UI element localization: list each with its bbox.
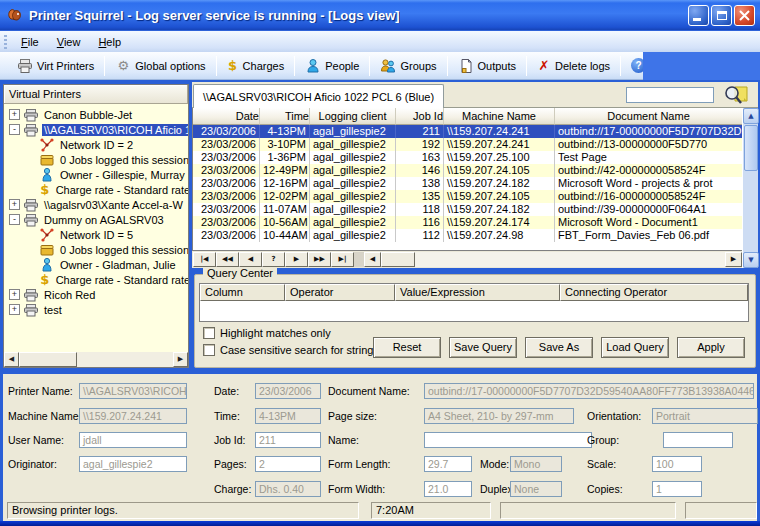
column-header-logging-client[interactable]: Logging client [310,108,396,125]
query-column-header[interactable]: Operator [285,284,395,301]
groups-button[interactable]: Groups [373,55,443,77]
minimize-button[interactable] [688,5,709,26]
tree-item-jobs[interactable]: 0 Jobs logged this session [39,242,188,257]
scrollbar-thumb[interactable] [381,252,415,267]
tree-item-jobs[interactable]: 0 Jobs logged this session [39,152,188,167]
menu-gripper[interactable] [4,35,7,49]
nav-prev-button[interactable]: ◀ [239,252,262,267]
apply-button[interactable]: Apply [677,337,745,358]
machine-name-field[interactable]: \\159.207.24.241 [79,408,187,424]
expand-icon[interactable]: + [9,304,20,315]
column-header-job-id[interactable]: Job Id [396,108,444,125]
scroll-right-icon[interactable]: ▶ [725,252,742,267]
group-field[interactable] [663,432,733,448]
load-query-button[interactable]: Load Query [601,337,669,358]
copies-field[interactable]: 1 [652,481,702,497]
tree-item-printer[interactable]: + \\agalsrv03\Xante Accel-a-W [9,197,188,212]
people-button[interactable]: People [298,55,366,77]
originator-field[interactable]: agal_gillespie2 [79,456,187,472]
query-column-header[interactable]: Connecting Operator [560,284,748,301]
save-as-button[interactable]: Save As [525,337,593,358]
table-row[interactable]: 23/03/2006 12-02PM agal_gillespie2 135 \… [193,190,742,203]
user-name-field[interactable]: jdall [79,432,187,448]
nav-next-button[interactable]: ▶ [285,252,308,267]
scroll-up-icon[interactable]: ▲ [743,108,759,124]
duplex-field[interactable]: None [510,481,562,497]
sidebar-horizontal-scrollbar[interactable]: ◀ ▶ [4,352,188,367]
table-row[interactable]: 23/03/2006 1-36PM agal_gillespie2 163 \\… [193,151,742,164]
table-row[interactable]: 23/03/2006 12-16PM agal_gillespie2 138 \… [193,177,742,190]
scroll-left-icon[interactable]: ◀ [4,352,19,367]
printer-name-field[interactable]: \\AGALSRV03\RICOH [79,383,187,399]
tree-item-owner[interactable]: Owner - Gladman, Julie [39,257,188,272]
expand-icon[interactable]: + [9,289,20,300]
form-width-field[interactable]: 21.0 [424,481,472,497]
table-vertical-scrollbar[interactable]: ▲ ▼ [742,108,758,268]
table-row[interactable]: 23/03/2006 10-44AM agal_gillespie2 112 \… [193,229,742,242]
column-header-date[interactable]: Date [193,108,260,125]
close-button[interactable] [734,5,755,26]
mode-field[interactable]: Mono [510,456,562,472]
scrollbar-thumb[interactable] [744,125,758,171]
scrollbar-track[interactable] [415,252,725,267]
document-name-field[interactable]: outbind://17-00000000F5D7707D32D59540AA8… [424,383,754,399]
table-row[interactable]: 23/03/2006 3-10PM agal_gillespie2 192 \\… [193,138,742,151]
orientation-field[interactable]: Portrait [652,408,758,424]
charges-button[interactable]: $ Charges [220,55,292,76]
pages-field[interactable]: 2 [255,456,321,472]
global-options-button[interactable]: ⚙ Global options [108,55,212,77]
nav-fast-prev-button[interactable]: ◀◀ [216,252,239,267]
menu-view[interactable]: View [48,34,90,50]
scroll-right-icon[interactable]: ▶ [173,352,188,367]
column-header-machine-name[interactable]: Machine Name [444,108,555,125]
scrollbar-thumb[interactable] [19,352,77,367]
search-input[interactable] [626,87,714,103]
name-field[interactable] [424,432,592,448]
virt-printers-button[interactable]: Virt Printers [10,55,101,77]
tree-item-printer[interactable]: + Ricoh Red [9,287,188,302]
collapse-icon[interactable]: - [9,124,20,135]
expand-icon[interactable]: + [9,199,20,210]
table-row[interactable]: 23/03/2006 12-49PM agal_gillespie2 146 \… [193,164,742,177]
job-id-field[interactable]: 211 [255,432,321,448]
tree-item-printer[interactable]: + test [9,302,188,317]
date-field[interactable]: 23/03/2006 [255,383,321,399]
nav-last-button[interactable]: ▶| [331,252,354,267]
menu-file[interactable]: File [12,34,48,50]
scroll-left-icon[interactable]: ◀ [364,252,381,267]
table-row[interactable]: 23/03/2006 4-13PM agal_gillespie2 211 \\… [193,125,742,138]
tree-item-owner[interactable]: Owner - Gillespie, Murray [39,167,188,182]
checkbox-icon[interactable] [203,327,215,339]
table-row[interactable]: 23/03/2006 11-07AM agal_gillespie2 118 \… [193,203,742,216]
printer-tab[interactable]: \\AGALSRV03\RICOH Aficio 1022 PCL 6 (Blu… [193,84,444,108]
delete-logs-button[interactable]: ✗ Delete logs [530,55,617,76]
collapse-icon[interactable]: - [9,214,20,225]
tree-item-charge-rate[interactable]: $ Charge rate - Standard rate [39,272,188,287]
search-icon[interactable] [722,84,750,106]
tree-item-printer-selected[interactable]: - \\AGALSRV03\RICOH Aficio 1022 PCL 6 (B… [9,122,188,137]
save-query-button[interactable]: Save Query [449,337,517,358]
tree-item-network-id[interactable]: Network ID = 5 [39,227,188,242]
charge-field[interactable]: Dhs. 0.40 [255,481,321,497]
checkbox-icon[interactable] [203,344,215,356]
menu-help[interactable]: Help [89,34,130,50]
column-header-time[interactable]: Time [260,108,310,125]
maximize-button[interactable] [711,5,732,26]
table-row[interactable]: 23/03/2006 10-56AM agal_gillespie2 116 \… [193,216,742,229]
form-length-field[interactable]: 29.7 [424,456,472,472]
case-sensitive-checkbox[interactable]: Case sensitive search for string [203,344,373,356]
expand-icon[interactable]: + [9,109,20,120]
reset-button[interactable]: Reset [373,337,441,358]
tree-item-printer[interactable]: + Canon Bubble-Jet [9,107,188,122]
virtual-printers-header[interactable]: Virtual Printers [4,85,188,104]
page-size-field[interactable]: A4 Sheet, 210- by 297-mm [424,408,574,424]
highlight-matches-checkbox[interactable]: Highlight matches only [203,327,331,339]
column-header-document-name[interactable]: Document Name [555,108,742,125]
tree-item-network-id[interactable]: Network ID = 2 [39,137,188,152]
scale-field[interactable]: 100 [652,456,702,472]
outputs-button[interactable]: Outputs [451,55,524,77]
tree-item-charge-rate[interactable]: $ Charge rate - Standard rate [39,182,188,197]
tree-item-printer[interactable]: - Dummy on AGALSRV03 [9,212,188,227]
scroll-down-icon[interactable]: ▼ [743,252,759,268]
nav-first-button[interactable]: |◀ [193,252,216,267]
